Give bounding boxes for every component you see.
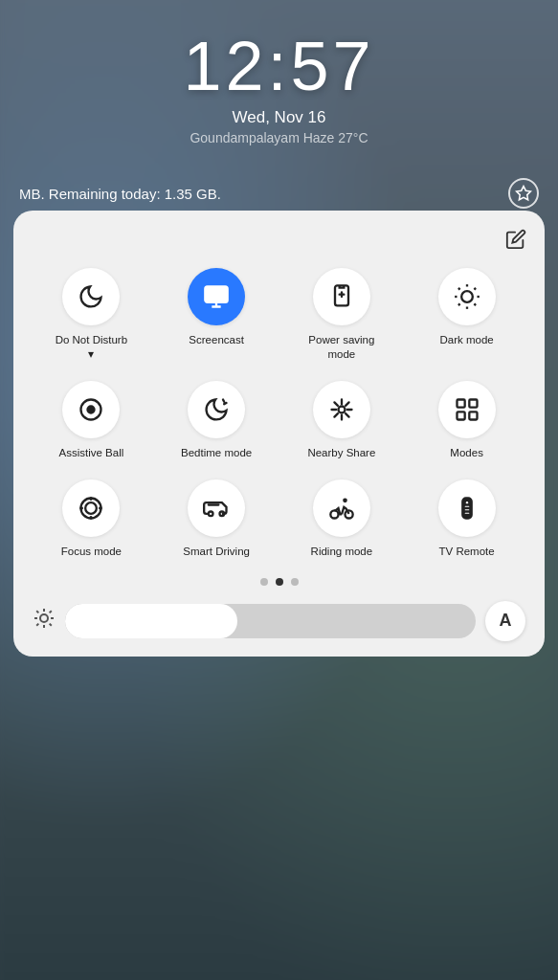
brightness-row: A: [29, 601, 529, 641]
tile-label-do-not-disturb: Do Not Disturb ▾: [53, 333, 129, 362]
tile-circle-do-not-disturb: [62, 268, 120, 325]
tile-label-bedtime-mode: Bedtime mode: [181, 446, 252, 460]
svg-rect-30: [462, 498, 471, 518]
brightness-fill: [65, 604, 237, 638]
tiles-row-1: Do Not Disturb ▾ Screencast Power sa: [29, 268, 529, 362]
svg-line-38: [36, 611, 38, 612]
tile-circle-screencast: [188, 268, 245, 325]
svg-point-31: [465, 501, 467, 503]
quick-settings-panel: Do Not Disturb ▾ Screencast Power sa: [13, 211, 545, 657]
svg-line-8: [474, 303, 476, 305]
status-bar-area: 12:57 Wed, Nov 16 Goundampalayam Haze 27…: [0, 0, 558, 145]
tile-circle-nearby-share: [313, 381, 370, 438]
tile-label-riding-mode: Riding mode: [311, 545, 373, 559]
tile-dark-mode[interactable]: Dark mode: [429, 268, 505, 362]
tiles-row-3: Focus mode Smart Driving: [29, 479, 529, 559]
svg-rect-34: [464, 512, 469, 513]
svg-point-20: [81, 498, 101, 518]
data-remaining-text: MB. Remaining today: 1.35 GB.: [19, 186, 221, 202]
svg-line-43: [50, 611, 52, 612]
page-dot-3[interactable]: [291, 578, 299, 586]
panel-header: [29, 226, 529, 253]
tile-screencast[interactable]: Screencast: [178, 268, 255, 362]
svg-point-15: [338, 406, 345, 412]
svg-rect-33: [464, 509, 469, 510]
svg-point-28: [330, 510, 338, 518]
tile-label-modes: Modes: [450, 446, 483, 460]
svg-line-39: [50, 624, 52, 626]
svg-rect-32: [464, 505, 469, 506]
font-size-button[interactable]: A: [485, 601, 525, 641]
svg-line-11: [458, 303, 460, 305]
page-indicators: [29, 578, 529, 586]
tile-circle-power-saving: [313, 268, 370, 325]
date-display: Wed, Nov 16: [0, 108, 558, 127]
time-display: 12:57: [0, 29, 558, 104]
page-dot-2[interactable]: [276, 578, 283, 586]
page-dot-1[interactable]: [260, 578, 268, 586]
tile-label-tv-remote: TV Remote: [439, 545, 495, 559]
tile-modes[interactable]: Modes: [429, 381, 505, 460]
tile-bedtime-mode[interactable]: Bedtime mode: [178, 381, 255, 460]
tile-circle-assistive-ball: [62, 381, 120, 438]
data-banner: MB. Remaining today: 1.35 GB.: [0, 170, 558, 216]
svg-line-7: [458, 288, 460, 290]
svg-rect-19: [469, 412, 477, 419]
svg-point-21: [86, 502, 98, 514]
svg-point-14: [88, 406, 95, 412]
tile-label-dark-mode: Dark mode: [440, 333, 494, 347]
tile-smart-driving[interactable]: Smart Driving: [178, 479, 255, 559]
tile-circle-dark-mode: [438, 268, 496, 325]
svg-marker-0: [517, 187, 531, 200]
svg-rect-2: [212, 292, 220, 299]
tile-circle-smart-driving: [188, 479, 245, 537]
svg-rect-18: [457, 412, 464, 419]
tile-circle-focus-mode: [62, 479, 120, 537]
brightness-slider[interactable]: [65, 604, 476, 638]
tile-label-smart-driving: Smart Driving: [183, 545, 250, 559]
tile-power-saving[interactable]: Power saving mode: [303, 268, 380, 362]
tiles-row-2: Assistive Ball Bedtime mode: [29, 381, 529, 460]
tile-circle-riding-mode: [313, 479, 370, 537]
tile-label-screencast: Screencast: [189, 333, 244, 347]
svg-point-4: [461, 291, 473, 302]
svg-rect-16: [457, 399, 464, 407]
settings-icon[interactable]: [508, 178, 539, 209]
tile-focus-mode[interactable]: Focus mode: [53, 479, 129, 559]
edit-icon[interactable]: [502, 226, 529, 253]
tile-riding-mode[interactable]: Riding mode: [303, 479, 380, 559]
tile-label-nearby-share: Nearby Share: [307, 446, 375, 460]
tile-nearby-share[interactable]: Nearby Share: [303, 381, 380, 460]
svg-point-35: [40, 614, 48, 622]
tile-circle-modes: [438, 381, 496, 438]
svg-point-26: [209, 511, 213, 516]
tile-circle-tv-remote: [438, 479, 496, 537]
tile-tv-remote[interactable]: TV Remote: [429, 479, 505, 559]
weather-display: Goundampalayam Haze 27°C: [0, 130, 558, 145]
tile-label-assistive-ball: Assistive Ball: [59, 446, 124, 460]
svg-rect-17: [469, 399, 477, 407]
tile-label-power-saving: Power saving mode: [303, 333, 380, 362]
brightness-icon: [33, 607, 56, 635]
tile-label-focus-mode: Focus mode: [61, 545, 122, 559]
tile-do-not-disturb[interactable]: Do Not Disturb ▾: [53, 268, 129, 362]
tile-assistive-ball[interactable]: Assistive Ball: [53, 381, 129, 460]
svg-line-42: [36, 624, 38, 626]
svg-line-12: [474, 288, 476, 290]
tile-circle-bedtime-mode: [188, 381, 245, 438]
